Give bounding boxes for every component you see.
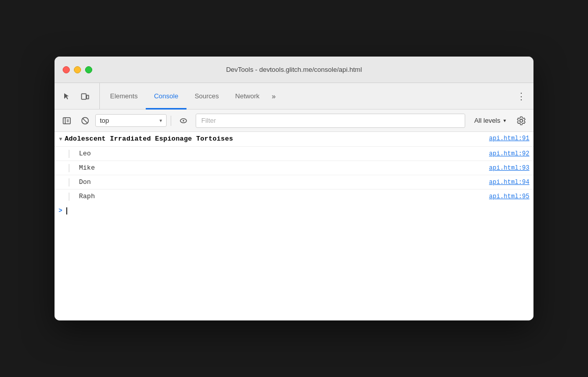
group-link[interactable]: api.html:91	[489, 135, 529, 142]
sidebar-toggle-button[interactable]	[59, 113, 75, 129]
list-item: Don api.html:94	[55, 175, 533, 190]
child-text-0: Leo	[79, 150, 489, 157]
minimize-button[interactable]	[74, 66, 81, 73]
list-item: Leo api.html:92	[55, 147, 533, 161]
close-button[interactable]	[63, 66, 70, 73]
group-header: ▼ Adolescent Irradiated Espionage Tortoi…	[55, 132, 533, 147]
clear-console-button[interactable]	[77, 113, 93, 129]
levels-arrow-icon: ▾	[503, 118, 506, 123]
child-text-2: Don	[79, 178, 489, 186]
repl-arrow: >	[59, 207, 62, 214]
child-text-3: Raph	[79, 193, 489, 200]
repl-prompt[interactable]: >	[55, 203, 533, 219]
tab-bar: Elements Console Sources Network » ⋮	[55, 83, 533, 110]
list-item: Mike api.html:93	[55, 161, 533, 175]
svg-rect-1	[87, 95, 89, 99]
repl-cursor	[66, 207, 67, 214]
tab-spacer	[280, 83, 513, 109]
traffic-lights	[63, 66, 92, 73]
title-bar: DevTools - devtools.glitch.me/console/ap…	[55, 57, 533, 83]
svg-rect-0	[82, 94, 86, 99]
child-text-1: Mike	[79, 164, 489, 172]
cursor-icon-button[interactable]	[59, 88, 75, 104]
device-toolbar-button[interactable]	[77, 88, 93, 104]
child-link-3[interactable]: api.html:95	[489, 193, 529, 200]
list-item: Raph api.html:95	[55, 190, 533, 203]
tab-elements[interactable]: Elements	[102, 84, 146, 110]
console-output: ▼ Adolescent Irradiated Espionage Tortoi…	[55, 132, 533, 320]
tab-console[interactable]: Console	[146, 84, 186, 110]
tab-sources[interactable]: Sources	[186, 84, 227, 110]
tab-controls	[59, 83, 100, 109]
child-link-2[interactable]: api.html:94	[489, 179, 529, 186]
console-toolbar: top ▾ All levels ▾	[55, 110, 533, 132]
toolbar-divider	[171, 116, 171, 126]
filter-input[interactable]	[196, 114, 465, 128]
context-arrow: ▾	[159, 118, 162, 123]
child-link-1[interactable]: api.html:93	[489, 165, 529, 172]
group-label: Adolescent Irradiated Espionage Tortoise…	[65, 135, 489, 143]
devtools-menu-button[interactable]: ⋮	[513, 83, 529, 109]
console-settings-button[interactable]	[513, 113, 529, 129]
tab-network[interactable]: Network	[227, 84, 268, 110]
more-tabs-button[interactable]: »	[268, 83, 280, 109]
live-expression-button[interactable]	[175, 113, 192, 129]
context-selector[interactable]: top ▾	[95, 114, 167, 127]
log-levels-button[interactable]: All levels ▾	[469, 115, 511, 126]
devtools-window: DevTools - devtools.glitch.me/console/ap…	[55, 57, 533, 320]
maximize-button[interactable]	[85, 66, 92, 73]
window-title: DevTools - devtools.glitch.me/console/ap…	[226, 66, 362, 73]
svg-point-10	[183, 120, 184, 121]
svg-line-8	[83, 118, 88, 123]
child-link-0[interactable]: api.html:92	[489, 150, 529, 157]
expand-icon[interactable]: ▼	[57, 135, 65, 143]
